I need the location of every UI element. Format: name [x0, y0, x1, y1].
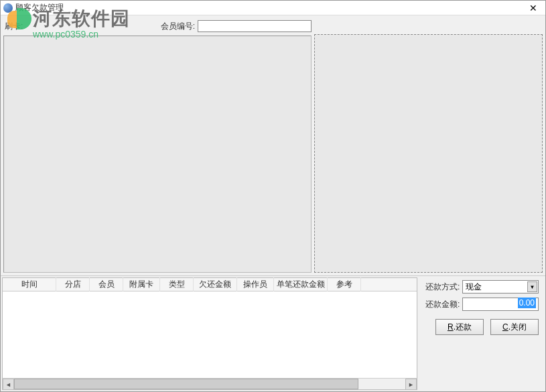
repay-button[interactable]: R.还款 — [435, 319, 484, 335]
card-swipe-box: 刷卡: — [5, 20, 23, 32]
window-title: 顾客欠款管理 — [15, 2, 64, 13]
pay-method-row: 还款方式: 现金 ▼ — [425, 280, 539, 293]
table-column-header[interactable]: 时间 — [3, 277, 56, 291]
scroll-thumb[interactable] — [14, 379, 358, 389]
pay-method-value: 现金 — [466, 281, 482, 293]
top-area: 刷卡: 会员编号: — [1, 15, 545, 275]
button-row: R.还款 C.关闭 — [425, 319, 539, 335]
chevron-down-icon: ▼ — [527, 281, 537, 292]
member-row: 刷卡: 会员编号: — [3, 18, 312, 34]
member-id-input[interactable] — [198, 20, 312, 32]
table-column-header[interactable]: 欠还金额 — [194, 277, 237, 291]
card-label: 刷卡: — [5, 21, 23, 32]
main-window: 顾客欠款管理 ✕ 刷卡: 会员编号: 时间分店会员附属卡类型欠还金额操作员单笔还… — [0, 0, 546, 392]
bottom-area: 时间分店会员附属卡类型欠还金额操作员单笔还款金额参考 ◄ ► 还款方式: 现金 … — [1, 275, 545, 391]
titlebar: 顾客欠款管理 ✕ — [1, 1, 545, 15]
table-column-header[interactable]: 类型 — [160, 277, 194, 291]
debt-table: 时间分店会员附属卡类型欠还金额操作员单笔还款金额参考 ◄ ► — [2, 277, 417, 390]
horizontal-scrollbar[interactable]: ◄ ► — [3, 378, 417, 389]
table-header: 时间分店会员附属卡类型欠还金额操作员单笔还款金额参考 — [3, 278, 417, 291]
table-body[interactable] — [3, 291, 417, 378]
close-icon[interactable]: ✕ — [524, 2, 543, 14]
scroll-left-arrow-icon[interactable]: ◄ — [3, 379, 14, 390]
pay-method-label: 还款方式: — [425, 281, 460, 293]
table-column-header[interactable]: 参考 — [328, 277, 361, 291]
customer-list-panel[interactable] — [3, 36, 312, 273]
pay-amount-input[interactable]: 0.00 — [462, 298, 539, 311]
table-column-header[interactable]: 分店 — [56, 277, 90, 291]
repay-form: 还款方式: 现金 ▼ 还款金额: 0.00 R.还款 C.关闭 — [419, 276, 545, 391]
left-panel: 刷卡: 会员编号: — [3, 18, 312, 273]
member-id-label: 会员编号: — [161, 21, 195, 32]
pay-amount-row: 还款金额: 0.00 — [425, 298, 539, 311]
table-column-header[interactable]: 附属卡 — [123, 277, 160, 291]
table-column-header[interactable]: 会员 — [90, 277, 123, 291]
app-icon — [3, 3, 13, 13]
titlebar-left: 顾客欠款管理 — [3, 2, 64, 13]
pay-amount-value: 0.00 — [518, 298, 536, 308]
pay-method-select[interactable]: 现金 ▼ — [462, 280, 539, 293]
close-button[interactable]: C.关闭 — [490, 319, 539, 335]
table-column-header[interactable]: 操作员 — [237, 277, 274, 291]
table-column-header[interactable]: 单笔还款金额 — [274, 277, 328, 291]
scroll-right-arrow-icon[interactable]: ► — [405, 379, 417, 390]
detail-panel — [314, 34, 543, 273]
scroll-track[interactable] — [14, 379, 405, 389]
pay-amount-label: 还款金额: — [425, 299, 460, 310]
